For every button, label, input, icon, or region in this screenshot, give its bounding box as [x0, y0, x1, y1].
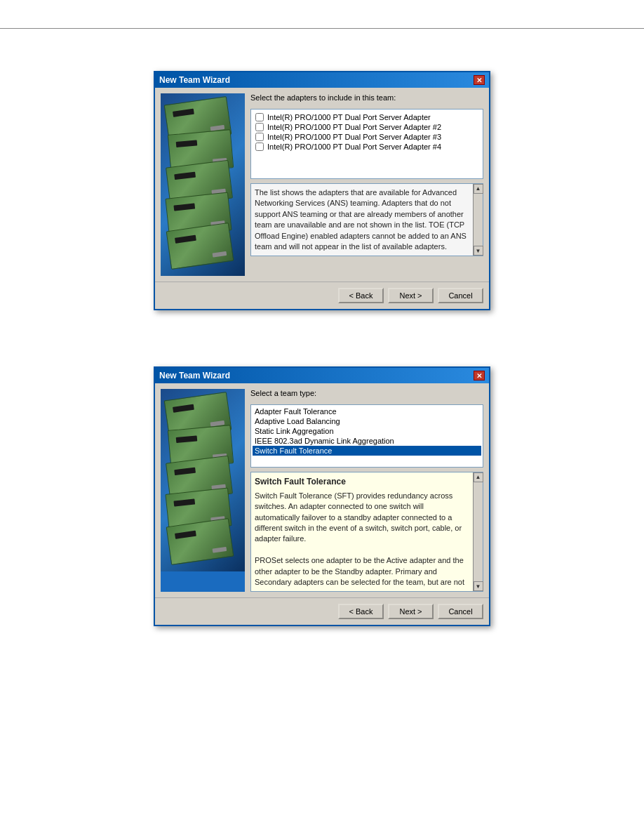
adapter-checkbox-3[interactable]: [255, 133, 264, 141]
adapter-checkbox-2[interactable]: [255, 123, 264, 131]
team-desc-title: Switch Fault Tolerance: [255, 476, 479, 488]
team-desc-text2: PROSet selects one adapter to be the Act…: [255, 555, 479, 588]
desc-scrollbar-up-arrow[interactable]: ▲: [474, 472, 483, 482]
adapter-item-2: Intel(R) PRO/1000 PT Dual Port Server Ad…: [254, 122, 480, 132]
team-type-ieee[interactable]: IEEE 802.3ad Dynamic Link Aggregation: [253, 436, 481, 446]
desc-scrollbar-down-arrow[interactable]: ▼: [474, 581, 483, 591]
dialog1-info-box: The list shows the adapters that are ava…: [250, 183, 483, 256]
dialog1-close-button[interactable]: ✕: [474, 75, 485, 85]
team-type-alb[interactable]: Adaptive Load Balancing: [253, 416, 481, 426]
dialog2-footer: < Back Next > Cancel: [155, 597, 489, 625]
dialog1-info-text: The list shows the adapters that are ava…: [255, 187, 479, 252]
dialog1-select-label: Select the adapters to include in this t…: [250, 93, 483, 102]
dialog2-title: New Team Wizard: [159, 371, 230, 380]
dialog1-next-button[interactable]: Next >: [388, 288, 434, 303]
scrollbar-down-arrow[interactable]: ▼: [474, 246, 483, 256]
dialog2-back-button[interactable]: < Back: [338, 604, 384, 619]
team-desc-text1: Switch Fault Tolerance (SFT) provides re…: [255, 491, 479, 545]
dialog2-titlebar: New Team Wizard ✕: [155, 368, 489, 383]
team-type-sft[interactable]: Switch Fault Tolerance: [253, 446, 481, 456]
dialog2-content: Select a team type: Adapter Fault Tolera…: [250, 389, 483, 592]
dialog1-scrollbar[interactable]: ▲ ▼: [473, 184, 483, 256]
scrollbar-up-arrow[interactable]: ▲: [474, 184, 483, 194]
network-card-graphic: [161, 93, 245, 276]
dialog1-footer: < Back Next > Cancel: [155, 282, 489, 309]
adapter-item-4: Intel(R) PRO/1000 PT Dual Port Server Ad…: [254, 142, 480, 152]
adapter-item-1: Intel(R) PRO/1000 PT Dual Port Server Ad…: [254, 112, 480, 122]
dialog2-next-button[interactable]: Next >: [388, 604, 434, 619]
dialog1-title: New Team Wizard: [159, 75, 230, 85]
team-type-aft[interactable]: Adapter Fault Tolerance: [253, 406, 481, 416]
dialog2-cancel-button[interactable]: Cancel: [438, 604, 483, 619]
dialog2: New Team Wizard ✕ Select a team type: Ad…: [154, 366, 490, 626]
dialog1-image: [161, 93, 245, 276]
team-desc-box: Switch Fault Tolerance Switch Fault Tole…: [250, 472, 483, 592]
adapter-checkbox-4[interactable]: [255, 143, 264, 151]
top-rule: [0, 28, 644, 29]
dialog2-close-button[interactable]: ✕: [474, 371, 485, 380]
network-card-graphic-2: [161, 389, 245, 571]
dialog2-image: [161, 389, 245, 592]
dialog2-body: Select a team type: Adapter Fault Tolera…: [155, 383, 489, 597]
page-container: New Team Wizard ✕ Select the adapters to…: [0, 0, 644, 834]
dialog1-titlebar: New Team Wizard ✕: [155, 72, 489, 88]
adapter-item-3: Intel(R) PRO/1000 PT Dual Port Server Ad…: [254, 132, 480, 142]
adapter-list: Intel(R) PRO/1000 PT Dual Port Server Ad…: [250, 109, 483, 179]
dialog2-select-label: Select a team type:: [250, 389, 483, 397]
team-type-sla[interactable]: Static Link Aggregation: [253, 426, 481, 436]
adapter-label-3: Intel(R) PRO/1000 PT Dual Port Server Ad…: [267, 133, 441, 141]
dialog1-back-button[interactable]: < Back: [338, 288, 384, 303]
dialog1: New Team Wizard ✕ Select the adapters to…: [154, 71, 490, 310]
adapter-label-4: Intel(R) PRO/1000 PT Dual Port Server Ad…: [267, 143, 441, 151]
dialog2-scrollbar[interactable]: ▲ ▼: [473, 472, 483, 591]
dialog1-content: Select the adapters to include in this t…: [250, 93, 483, 276]
adapter-label-1: Intel(R) PRO/1000 PT Dual Port Server Ad…: [267, 113, 431, 121]
team-type-list: Adapter Fault Tolerance Adaptive Load Ba…: [250, 404, 483, 468]
dialog1-cancel-button[interactable]: Cancel: [438, 288, 483, 303]
adapter-checkbox-1[interactable]: [255, 113, 264, 121]
dialog1-body: Select the adapters to include in this t…: [155, 88, 489, 282]
adapter-label-2: Intel(R) PRO/1000 PT Dual Port Server Ad…: [267, 123, 441, 131]
